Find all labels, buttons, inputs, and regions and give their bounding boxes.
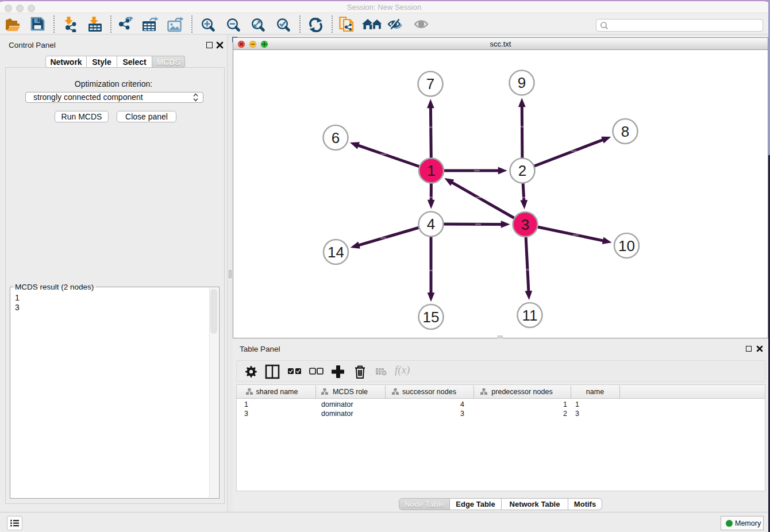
svg-text:11: 11 — [522, 307, 538, 324]
svg-text:1: 1 — [427, 162, 435, 179]
svg-text:4: 4 — [427, 215, 435, 233]
svg-text:9: 9 — [518, 74, 526, 91]
svg-text:6: 6 — [332, 129, 340, 147]
svg-text:10: 10 — [618, 237, 635, 255]
svg-text:8: 8 — [621, 123, 629, 140]
svg-text:7: 7 — [426, 75, 434, 92]
svg-text:15: 15 — [423, 309, 440, 326]
svg-text:14: 14 — [328, 244, 344, 261]
svg-text:2: 2 — [518, 162, 526, 179]
svg-text:3: 3 — [521, 216, 529, 233]
